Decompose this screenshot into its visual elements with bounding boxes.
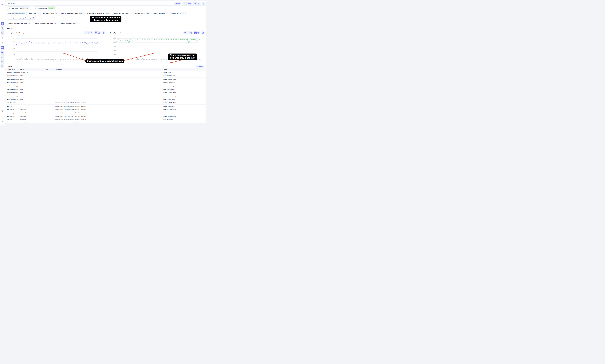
cell-comments: command=wrk --connections 2048 --threads… [55, 119, 163, 120]
trend-chart-icon[interactable] [1, 31, 4, 34]
column-header: Name [20, 69, 45, 70]
param-badge: testpmd_arg_txd512 [134, 12, 151, 15]
bar-chart-icon[interactable] [1, 46, 4, 49]
svg-text:9.02556: 9.02556 [25, 59, 28, 60]
table-row: wrkthroughputcommand=wrk --connections 2… [5, 101, 206, 105]
tool-type: throughput [10, 102, 16, 104]
tables-section-title: Tables [7, 65, 12, 67]
run-label: Run [177, 2, 180, 4]
svg-text:1,200: 1,200 [113, 42, 116, 43]
cell-tool-type: statisticsthroughput [7, 78, 20, 80]
stat-label: median [163, 82, 168, 83]
cell-tool-type: statisticsthroughput [7, 89, 20, 90]
run-button[interactable]: Run [174, 2, 181, 5]
stat-value: 9200.06 Mbps [167, 75, 175, 77]
line-mode-icon[interactable] [194, 32, 197, 34]
report-document-icon[interactable] [1, 27, 4, 30]
param-badge: envVAR.env.perf.peer2peer [7, 12, 27, 15]
pie-chart-icon[interactable] [1, 22, 4, 26]
annotation-line: Measurement sequences are [92, 16, 120, 19]
stat-label: single [163, 72, 167, 73]
stat-value: 15110 µseconds [168, 112, 177, 114]
svg-text:1.00242: 1.00242 [14, 59, 18, 60]
cell-tool-type: wrkrps [7, 105, 20, 107]
export-button[interactable]: Export [196, 65, 204, 67]
stat-value: 1403.15 Mbps [169, 95, 177, 97]
scatter-mode-icon[interactable] [98, 32, 100, 34]
svg-text:17.0484: 17.0484 [135, 59, 139, 60]
svg-text:41.1187: 41.1187 [65, 59, 69, 60]
log-button[interactable]: Log [193, 2, 201, 5]
chart-header: throughput statistics, bps [107, 30, 206, 34]
tool-name: wrk [7, 102, 9, 104]
runs-play-icon[interactable] [1, 17, 4, 20]
chart-expand-group [102, 31, 105, 34]
param-label: testpmd_arg_burst [43, 13, 54, 14]
svg-text:3,000: 3,000 [13, 48, 15, 49]
param-value: 32 [55, 13, 58, 14]
wave-report-icon[interactable] [1, 64, 4, 67]
cell-comments: command=wrk --connections 2048 --threads… [55, 109, 163, 110]
cell-tool-type: wrkrps [7, 119, 20, 120]
export-label: Export [199, 65, 203, 67]
user-profile-icon[interactable] [1, 114, 4, 117]
column-header: Tool & Type [7, 69, 20, 70]
chart-settings-icon[interactable] [189, 32, 192, 34]
param-badge: testpmd_command_flow_ctrl_rxoff [7, 22, 32, 25]
logs-document-icon[interactable] [1, 36, 4, 39]
dashboard-grid-icon[interactable] [1, 12, 4, 15]
notes-list-icon[interactable] [1, 60, 4, 63]
cell-tool-type: statisticsthroughput [7, 99, 20, 100]
param-label: testpmd_arg_txfreet [153, 13, 165, 14]
compose-edit-icon[interactable] [1, 109, 4, 112]
stat-label: max [163, 89, 166, 90]
result-file-icon [34, 7, 36, 9]
tool-type: throughput [13, 99, 19, 100]
cell-value: mean3408.61 Mbps [163, 78, 206, 80]
chart-reset-zoom-icon[interactable] [187, 32, 189, 34]
cell-comments: command=wrk --connections 2048 --threads… [55, 105, 163, 107]
svg-text:6,000: 6,000 [13, 38, 15, 39]
table-row: wrklatencyper-threadcommand=wrk --connec… [5, 111, 206, 115]
tool-type: throughput [13, 92, 19, 93]
share-button[interactable] [202, 2, 205, 5]
ideas-bulb-icon[interactable] [1, 119, 4, 122]
chart-reset-zoom-icon[interactable] [87, 32, 90, 34]
table-row: wrkrpsper-threadcommand=wrk --connection… [5, 118, 206, 121]
log-arrow-icon [194, 2, 196, 4]
chart-zoom-icon[interactable] [184, 32, 186, 34]
chart-fullscreen-icon[interactable] [102, 32, 105, 34]
line-trend-icon[interactable] [1, 51, 4, 54]
column-header: Value [163, 69, 206, 70]
chart-title: throughput statistics, bps [8, 32, 25, 34]
svg-text:5.01421: 5.01421 [19, 59, 23, 60]
chart-settings-icon[interactable] [90, 32, 93, 34]
param-label: testpmd_arg_forward_mode [61, 13, 78, 14]
cell-value: mean15110 µseconds [163, 112, 206, 114]
collapse-panel-icon[interactable] [1, 2, 4, 5]
history-button[interactable]: History [183, 2, 192, 5]
cell-tool-type: statisticsthroughput [7, 95, 20, 97]
param-badge: testpmd_arg_burst32 [42, 12, 59, 15]
svg-text:21.0602: 21.0602 [141, 59, 145, 60]
chart-fullscreen-icon[interactable] [202, 32, 204, 34]
param-value: 42 [77, 23, 80, 24]
cell-tool-type: statisticsthroughput [7, 92, 20, 93]
line-mode-icon[interactable] [95, 32, 97, 34]
stat-value: 1303.81 Mbps [167, 99, 175, 100]
charts-section-title: Charts [5, 26, 206, 30]
scatter-mode-icon[interactable] [197, 32, 200, 34]
stat-value: 3408.61 Mbps [168, 78, 176, 80]
annotation-line: displayed only on charts [92, 19, 120, 21]
layout-columns-icon[interactable] [1, 56, 4, 59]
obtained-result-box: Obtained result PASSED [33, 6, 56, 10]
chart-zoom-icon[interactable] [84, 32, 87, 34]
table-row: wrklatencyper-threadcommand=wrk --connec… [5, 108, 206, 111]
param-value: off [54, 23, 57, 24]
history-clock-icon[interactable] [1, 41, 4, 44]
cell-value: max47290 µseconds [163, 109, 206, 110]
chart-toolbar [183, 31, 204, 34]
table-body: /loadavgload-averageLoad averagesingle4.… [5, 71, 206, 123]
param-label: testpmd_command_flow_ctrl_autoneg [9, 17, 31, 19]
table-row: statisticsthroughputinputmedian1403.15 M… [5, 94, 206, 98]
